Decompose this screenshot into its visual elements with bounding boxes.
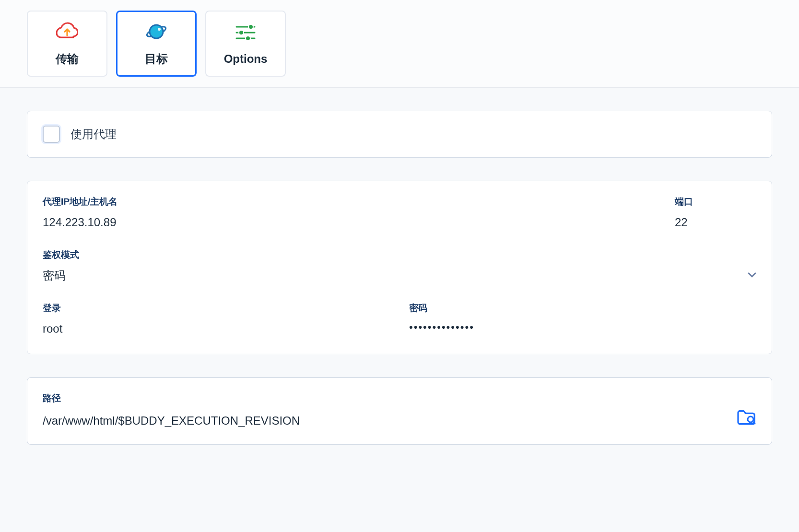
tab-target-label: 目标 — [145, 51, 168, 67]
content-area: 使用代理 代理IP地址/主机名 端口 鉴权模式 密码 — [0, 88, 799, 445]
server-panel: 代理IP地址/主机名 端口 鉴权模式 密码 登录 — [27, 181, 772, 354]
auth-mode-value: 密码 — [43, 268, 66, 283]
use-proxy-checkbox[interactable] — [43, 126, 60, 143]
svg-point-7 — [239, 30, 244, 35]
host-input[interactable] — [43, 215, 656, 230]
login-label: 登录 — [43, 302, 390, 314]
path-input[interactable] — [43, 413, 727, 428]
use-proxy-panel: 使用代理 — [27, 111, 772, 158]
auth-mode-field: 鉴权模式 密码 — [43, 249, 756, 283]
tabs-row: 传输 目标 Options — [0, 0, 799, 88]
password-label: 密码 — [409, 302, 756, 314]
login-field: 登录 — [43, 302, 390, 336]
port-input[interactable] — [675, 215, 756, 230]
auth-mode-label: 鉴权模式 — [43, 249, 756, 261]
password-field: 密码 •••••••••••••• — [409, 302, 756, 334]
password-input[interactable]: •••••••••••••• — [409, 321, 756, 334]
path-label: 路径 — [43, 392, 727, 405]
chevron-down-icon — [748, 270, 756, 280]
port-label: 端口 — [675, 196, 756, 208]
tab-target[interactable]: 目标 — [116, 11, 197, 77]
sliders-icon — [235, 22, 257, 44]
cloud-upload-icon — [56, 21, 78, 43]
port-field: 端口 — [675, 196, 756, 230]
svg-point-8 — [246, 36, 250, 41]
browse-folder-icon[interactable] — [736, 409, 756, 428]
path-panel: 路径 — [27, 377, 772, 445]
svg-point-6 — [248, 24, 253, 29]
use-proxy-label: 使用代理 — [70, 127, 117, 142]
svg-point-1 — [150, 25, 163, 38]
auth-mode-select[interactable]: 密码 — [43, 268, 756, 283]
svg-point-2 — [158, 28, 161, 31]
host-label: 代理IP地址/主机名 — [43, 196, 656, 208]
tab-options-label: Options — [224, 52, 268, 66]
tab-transfer-label: 传输 — [56, 51, 79, 67]
tab-transfer[interactable]: 传输 — [27, 11, 107, 77]
host-field: 代理IP地址/主机名 — [43, 196, 656, 230]
planet-icon — [144, 21, 168, 43]
tab-options[interactable]: Options — [205, 11, 286, 77]
login-input[interactable] — [43, 321, 390, 336]
